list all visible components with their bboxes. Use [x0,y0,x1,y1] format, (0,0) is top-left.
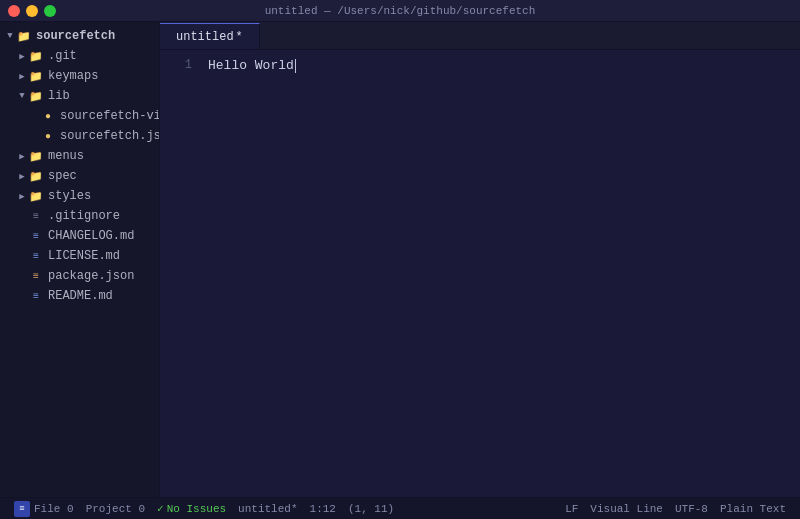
collapse-arrow: ▼ [16,90,28,102]
status-encoding[interactable]: UTF-8 [669,498,714,519]
sidebar-item-label: CHANGELOG.md [48,229,134,243]
root-label: sourcefetch [36,29,115,43]
sidebar-item-label: keymaps [48,69,98,83]
sidebar-item-gitignore[interactable]: ▶ ≡ .gitignore [0,206,159,226]
status-syntax[interactable]: Plain Text [714,498,792,519]
sidebar-item-label: package.json [48,269,134,283]
file-generic-icon: ≡ [28,208,44,224]
folder-icon: 📁 [28,48,44,64]
sidebar-item-label: lib [48,89,70,103]
sidebar-item-spec[interactable]: ▶ 📁 spec [0,166,159,186]
sidebar-item-license[interactable]: ▶ ≡ LICENSE.md [0,246,159,266]
folder-icon: 📁 [28,148,44,164]
sidebar-item-lib[interactable]: ▼ 📁 lib [0,86,159,106]
tab-label: untitled [176,30,234,44]
line-numbers: 1 [160,50,200,497]
text-cursor [295,59,296,73]
status-mode-label: Visual Line [590,503,663,515]
sidebar-item-sourcefetch-view[interactable]: ▶ ● sourcefetch-view.js [0,106,159,126]
expand-arrow: ▶ [16,70,28,82]
sidebar-item-label: LICENSE.md [48,249,120,263]
line-number: 1 [160,56,192,75]
file-icon: ≡ [14,501,30,517]
status-file[interactable]: ≡ File 0 [8,498,80,519]
tab-bar: untitled* [160,22,800,50]
sidebar-item-label: sourcefetch-view.js [60,109,160,123]
status-encoding-label: UTF-8 [675,503,708,515]
tab-modified: * [236,30,243,44]
sidebar-root[interactable]: ▼ 📁 sourcefetch [0,26,159,46]
file-md-icon: ≡ [28,228,44,244]
window-title: untitled — /Users/nick/github/sourcefetc… [265,5,536,17]
status-position[interactable]: 1:12 [304,498,342,519]
status-syntax-label: Plain Text [720,503,786,515]
editor-content[interactable]: 1 Hello World [160,50,800,497]
check-icon: ✓ [157,502,164,515]
status-line-ending[interactable]: LF [559,498,584,519]
status-selection-label: (1, 11) [348,503,394,515]
status-mode[interactable]: Visual Line [584,498,669,519]
tab-untitled[interactable]: untitled* [160,23,260,49]
file-md-icon: ≡ [28,288,44,304]
sidebar-item-label: README.md [48,289,113,303]
editor-area: untitled* 1 Hello World [160,22,800,497]
expand-arrow: ▶ [16,190,28,202]
expand-arrow: ▶ [16,150,28,162]
main-layout: ▼ 📁 sourcefetch ▶ 📁 .git ▶ 📁 keymaps ▼ 📁… [0,22,800,497]
folder-icon: 📁 [28,168,44,184]
close-button[interactable] [8,5,20,17]
sidebar-item-sourcefetch-js[interactable]: ▶ ● sourcefetch.js [0,126,159,146]
sidebar-item-keymaps[interactable]: ▶ 📁 keymaps [0,66,159,86]
status-bar: ≡ File 0 Project 0 ✓ No Issues untitled*… [0,497,800,519]
sidebar-item-git[interactable]: ▶ 📁 .git [0,46,159,66]
file-js-icon: ● [40,108,56,124]
status-line-ending-label: LF [565,503,578,515]
sidebar-item-label: .gitignore [48,209,120,223]
sidebar-item-label: spec [48,169,77,183]
status-no-issues-label: No Issues [167,503,226,515]
status-file-num: 0 [67,503,74,515]
folder-icon: 📁 [28,88,44,104]
status-project-num: 0 [138,503,145,515]
maximize-button[interactable] [44,5,56,17]
sidebar-item-packagejson[interactable]: ▶ ≡ package.json [0,266,159,286]
sidebar-item-styles[interactable]: ▶ 📁 styles [0,186,159,206]
status-no-issues[interactable]: ✓ No Issues [151,498,232,519]
title-bar: untitled — /Users/nick/github/sourcefetc… [0,0,800,22]
status-position-label: 1:12 [310,503,336,515]
status-project-label: Project [86,503,132,515]
code-area[interactable]: Hello World [200,50,800,497]
code-line-1: Hello World [208,56,800,76]
file-json-icon: ≡ [28,268,44,284]
code-text: Hello World [208,56,294,77]
sidebar-item-label: sourcefetch.js [60,129,160,143]
expand-arrow: ▶ [16,50,28,62]
sidebar-item-label: .git [48,49,77,63]
status-filename-label: untitled* [238,503,297,515]
expand-arrow: ▶ [16,170,28,182]
status-filename[interactable]: untitled* [232,498,303,519]
status-project[interactable]: Project 0 [80,498,151,519]
folder-icon: 📁 [28,68,44,84]
folder-icon: 📁 [28,188,44,204]
sidebar: ▼ 📁 sourcefetch ▶ 📁 .git ▶ 📁 keymaps ▼ 📁… [0,22,160,497]
collapse-arrow: ▼ [4,30,16,42]
minimize-button[interactable] [26,5,38,17]
sidebar-item-menus[interactable]: ▶ 📁 menus [0,146,159,166]
file-md-icon: ≡ [28,248,44,264]
traffic-lights [8,5,56,17]
sidebar-item-readme[interactable]: ▶ ≡ README.md [0,286,159,306]
status-selection[interactable]: (1, 11) [342,498,400,519]
sidebar-item-changelog[interactable]: ▶ ≡ CHANGELOG.md [0,226,159,246]
sidebar-item-label: menus [48,149,84,163]
status-file-label: File [34,503,60,515]
file-js-icon: ● [40,128,56,144]
sidebar-item-label: styles [48,189,91,203]
folder-icon: 📁 [16,28,32,44]
